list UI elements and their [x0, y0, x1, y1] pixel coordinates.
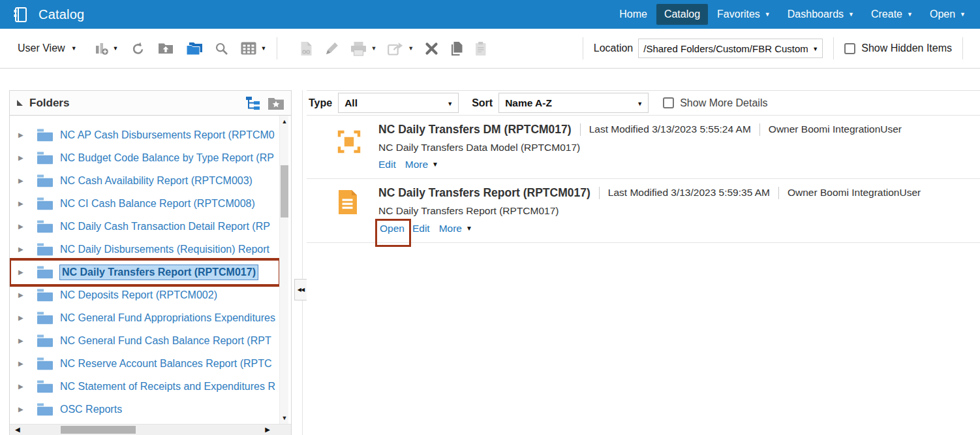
- location-value: /Shared Folders/Custom/FBR Custom/Report…: [643, 43, 808, 54]
- toolbar-divider: [583, 37, 583, 59]
- expand-caret-icon[interactable]: ▶: [18, 337, 27, 344]
- meta-divider: [778, 187, 779, 199]
- search-button[interactable]: [215, 42, 228, 56]
- expand-caret-icon[interactable]: ▶: [18, 268, 27, 276]
- chevron-down-icon: ▼: [432, 157, 438, 172]
- collapse-triangle-icon[interactable]: [16, 99, 23, 106]
- expand-caret-icon[interactable]: ▶: [18, 360, 27, 367]
- refresh-button[interactable]: [130, 41, 145, 56]
- more-link[interactable]: More▼: [439, 221, 472, 236]
- delete-button[interactable]: [425, 42, 438, 56]
- folder-icon: [37, 402, 54, 416]
- show-more-details-checkbox[interactable]: [663, 97, 674, 108]
- paste-button[interactable]: [474, 41, 487, 56]
- chevron-down-icon: ▼: [466, 221, 472, 236]
- export-button[interactable]: ▼: [388, 41, 414, 56]
- folder-icon: [37, 379, 54, 393]
- item-title-line: NC Daily Transfers Report (RPTCM017)Last…: [378, 184, 980, 201]
- expand-caret-icon[interactable]: ▶: [18, 406, 27, 413]
- folder-icon: [37, 151, 54, 165]
- folder-tree-item[interactable]: ▶NC General Fund Cash Balance Report (RP…: [10, 329, 291, 352]
- new-folder-button[interactable]: [186, 42, 202, 56]
- nav-item-favorites[interactable]: Favorites▼: [709, 4, 778, 25]
- favorites-folder-icon[interactable]: [268, 96, 284, 110]
- print-button[interactable]: ▼: [350, 41, 376, 56]
- scrollbar-thumb[interactable]: [61, 426, 136, 434]
- scroll-left-icon[interactable]: ◀: [15, 426, 20, 433]
- search-icon: [215, 42, 228, 56]
- expand-caret-icon[interactable]: ▶: [18, 177, 27, 184]
- folder-tree-item-label: NC General Fund Cash Balance Report (RPT: [60, 335, 271, 347]
- copy-button[interactable]: [450, 41, 463, 56]
- expand-caret-icon[interactable]: ▶: [18, 314, 27, 321]
- folder-tree-item-label: NC CI Cash Balance Report (RPTCM008): [60, 198, 255, 210]
- item-last-modified: Last Modified 3/13/2023 5:55:24 AM: [589, 121, 751, 138]
- nav-item-catalog[interactable]: Catalog: [656, 4, 708, 25]
- nav-item-label: Favorites: [717, 8, 760, 20]
- folder-up-button[interactable]: [158, 42, 174, 55]
- nav-item-dashboards[interactable]: Dashboards▼: [780, 4, 862, 25]
- folder-tree-item[interactable]: ▶NC CI Cash Balance Report (RPTCM008): [10, 192, 291, 215]
- edit-link[interactable]: Edit: [412, 221, 430, 236]
- toolbar-divider: [962, 37, 963, 59]
- catalog-page: Catalog HomeCatalogFavorites▼Dashboards▼…: [0, 0, 980, 435]
- folders-panel-title: Folders: [29, 97, 69, 110]
- expand-caret-icon[interactable]: ▶: [18, 131, 27, 138]
- new-folder-icon: [186, 42, 202, 56]
- folder-tree-item[interactable]: ▶NC AP Cash Disbursements Report (RPTCM0: [10, 123, 291, 146]
- edit-button[interactable]: [324, 41, 339, 56]
- folder-tree-item[interactable]: ▶NC Daily Cash Transaction Detail Report…: [10, 215, 291, 238]
- view-selector-icon: [94, 41, 109, 56]
- location-dropdown[interactable]: /Shared Folders/Custom/FBR Custom/Report…: [638, 39, 823, 58]
- expand-caret-icon[interactable]: ▶: [18, 223, 27, 230]
- folder-tree-item[interactable]: ▶NC Budget Code Balance by Type Report (…: [10, 146, 291, 169]
- folder-icon: [37, 128, 54, 142]
- nav-item-home[interactable]: Home: [611, 4, 655, 25]
- folder-tree-item[interactable]: ▶NC Cash Availability Report (RPTCM003): [10, 169, 291, 192]
- folder-tree-item[interactable]: ▶NC General Fund Appropriations Expendit…: [10, 306, 291, 329]
- expand-caret-icon[interactable]: ▶: [18, 383, 27, 390]
- folder-tree-item-label: NC Daily Disbursements (Requisition) Rep…: [60, 244, 269, 255]
- vertical-scrollbar[interactable]: ▲ ▼: [279, 116, 288, 424]
- data-model-icon: [337, 130, 361, 153]
- copy-special-button[interactable]: [299, 41, 313, 56]
- type-dropdown[interactable]: All ▼: [338, 93, 459, 113]
- folder-tree-item-label: NC AP Cash Disbursements Report (RPTCM0: [60, 129, 275, 141]
- edit-link[interactable]: Edit: [378, 157, 396, 172]
- sort-value: Name A-Z: [505, 97, 552, 109]
- expand-caret-icon[interactable]: ▶: [18, 154, 27, 161]
- folder-tree-item[interactable]: ▶OSC Reports: [10, 398, 291, 421]
- chevron-down-icon: ▼: [71, 46, 77, 52]
- sort-dropdown[interactable]: Name A-Z ▼: [498, 93, 649, 113]
- expand-caret-icon[interactable]: ▶: [18, 291, 27, 298]
- nav-item-create[interactable]: Create▼: [863, 4, 921, 25]
- nav-item-label: Dashboards: [788, 8, 844, 20]
- nav-item-open[interactable]: Open▼: [922, 4, 973, 25]
- folder-tree-item[interactable]: ▶NC Daily Disbursements (Requisition) Re…: [10, 238, 291, 261]
- scrollbar-thumb[interactable]: [281, 165, 288, 218]
- show-hidden-checkbox[interactable]: [844, 43, 855, 54]
- expand-caret-icon[interactable]: ▶: [18, 246, 27, 253]
- list-view-button[interactable]: ▼: [241, 42, 266, 55]
- scroll-up-icon[interactable]: ▲: [280, 118, 289, 125]
- tree-view-icon[interactable]: [245, 95, 260, 111]
- view-selector-button[interactable]: ▼: [94, 41, 119, 56]
- toolbar-left-group: ▼▼: [94, 41, 267, 56]
- folder-tree-item[interactable]: ▶NC Daily Transfers Report (RPTCM017): [10, 261, 291, 283]
- open-link[interactable]: Open: [380, 221, 405, 236]
- catalog-content: Type All ▼ Sort Name A-Z ▼ Show More Det…: [307, 90, 980, 435]
- expand-caret-icon[interactable]: ▶: [18, 200, 27, 207]
- folder-tree-item-label: NC Budget Code Balance by Type Report (R…: [60, 152, 274, 164]
- folder-icon: [37, 357, 54, 370]
- folder-tree-item[interactable]: ▶NC Statement of Receipts and Expenditur…: [10, 375, 291, 398]
- horizontal-scrollbar[interactable]: ◀ ▶: [10, 424, 291, 435]
- location-label: Location: [594, 42, 634, 54]
- user-view-dropdown[interactable]: User View ▼: [18, 42, 77, 54]
- scroll-right-icon[interactable]: ▶: [265, 426, 270, 433]
- folder-tree-item[interactable]: ▶NC Deposits Report (RPTCM002): [10, 283, 291, 306]
- more-link[interactable]: More▼: [405, 157, 438, 172]
- folder-tree-item[interactable]: ▶NC Reserve Account Balances Report (RPT…: [10, 352, 291, 375]
- panel-collapse-button[interactable]: ◀◀: [294, 279, 307, 300]
- folder-icon: [37, 197, 54, 210]
- scroll-down-icon[interactable]: ▼: [280, 415, 289, 421]
